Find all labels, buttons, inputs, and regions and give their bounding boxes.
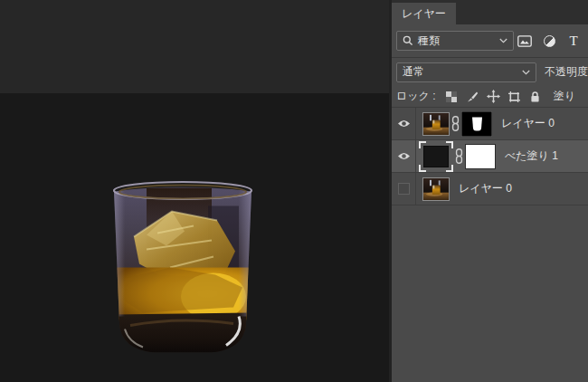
layer-row-layer0-top[interactable]: レイヤー 0 — [392, 108, 588, 140]
filter-icon-group: T — [517, 33, 581, 48]
fill-label: 塗り — [554, 89, 575, 104]
blend-mode-value: 通常 — [403, 64, 424, 80]
blend-row: 通常 不透明度 — [392, 58, 588, 86]
fill-layer-thumbnail[interactable] — [419, 141, 453, 172]
chevron-down-icon — [499, 38, 507, 43]
eye-icon — [397, 151, 411, 161]
link-icon — [455, 148, 463, 164]
layer-name: べた塗り 1 — [505, 148, 558, 164]
lock-all-icon[interactable] — [528, 90, 542, 103]
layer-list: レイヤー 0 — [392, 107, 588, 205]
canvas-area — [0, 0, 392, 382]
whiskey-glass-image — [107, 180, 259, 358]
lock-row: ロック : — [392, 86, 588, 107]
filter-kind-value: 種類 — [418, 33, 440, 49]
panel-tab-bar: レイヤー — [392, 0, 588, 24]
layer-name: レイヤー 0 — [459, 181, 512, 196]
layer-thumbnail[interactable] — [422, 177, 450, 201]
opacity-label: 不透明度 — [545, 64, 588, 80]
filter-kind-select[interactable]: 種類 — [396, 31, 514, 51]
magnifier-icon — [403, 35, 413, 46]
visibility-toggle[interactable] — [392, 173, 416, 205]
selection-bracket — [419, 141, 426, 148]
visibility-toggle[interactable] — [392, 108, 416, 139]
link-icon — [451, 116, 460, 131]
tab-layers[interactable]: レイヤー — [392, 3, 456, 24]
layer-thumbnail[interactable] — [422, 112, 450, 136]
layer-row-layer0-bottom[interactable]: レイヤー 0 — [392, 173, 588, 205]
artboard-lock-icon[interactable] — [507, 90, 521, 103]
fill-color-swatch — [423, 146, 449, 167]
pasteboard-top — [0, 0, 392, 93]
visibility-toggle[interactable] — [392, 140, 416, 172]
photoshop-workspace: レイヤー 種類 — [0, 0, 588, 382]
chevron-down-icon — [522, 70, 530, 75]
layer-mask-thumbnail[interactable] — [461, 111, 492, 137]
adjustment-filter-icon[interactable] — [542, 33, 556, 48]
layers-panel: レイヤー 種類 — [389, 0, 588, 382]
layer-mask-thumbnail[interactable] — [465, 144, 496, 169]
lock-label: ロック : — [396, 89, 436, 104]
image-filter-icon[interactable] — [517, 33, 532, 48]
blend-mode-select[interactable]: 通常 — [396, 62, 536, 82]
selection-bracket — [446, 165, 453, 172]
brush-lock-icon[interactable] — [466, 90, 479, 103]
hidden-eye-checkbox — [398, 183, 410, 195]
type-filter-icon[interactable]: T — [566, 33, 581, 48]
layer-filter-row: 種類 T — [392, 24, 588, 57]
selection-bracket — [446, 141, 453, 148]
layer-name: レイヤー 0 — [501, 116, 555, 131]
eye-icon — [397, 119, 411, 129]
selection-bracket — [419, 165, 426, 172]
checkerboard — [446, 91, 457, 102]
transparency-lock-icon[interactable] — [445, 90, 459, 103]
move-lock-icon[interactable] — [487, 90, 500, 103]
tab-layers-label: レイヤー — [402, 6, 446, 22]
layer-row-betanuri1[interactable]: べた塗り 1 — [392, 140, 588, 173]
adjustment-half-circle — [544, 35, 555, 47]
